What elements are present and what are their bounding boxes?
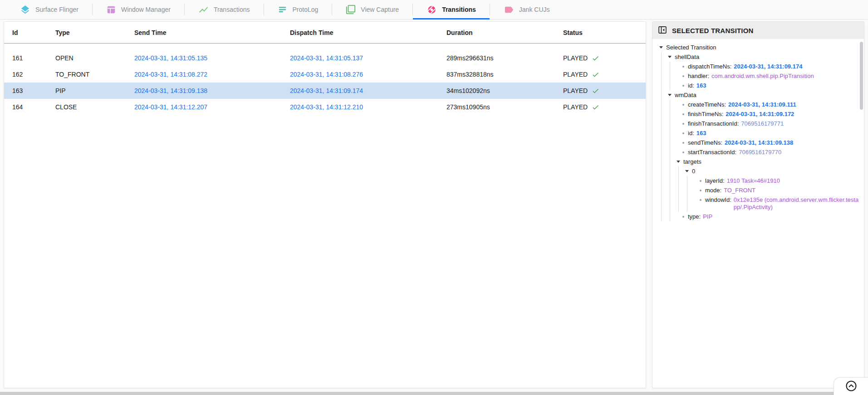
tab-label: Window Manager [121,6,171,13]
property-value: 2024-03-31, 14:31:09.172 [726,111,794,118]
property-value: 7069516179770 [739,149,781,156]
tree-node-0[interactable]: 0 [685,166,861,176]
dispatch-time-link[interactable]: 2024-03-31, 14:31:09.174 [290,87,446,94]
property-value: 2024-03-31, 14:31:09.138 [725,139,793,146]
tree-property-finishtimens: finishTimeNs2024-03-31, 14:31:09.172 [676,109,861,119]
bullet-icon [682,132,684,134]
tab-view-capture[interactable]: View Capture [332,0,412,19]
property-key: sendTimeNs [688,139,722,146]
cell-duration: 837ms328818ns [446,71,563,78]
expand-timeline-button[interactable] [845,380,858,394]
stacked-frames-icon [346,5,356,15]
bullet-icon [682,142,684,144]
tab-label: View Capture [361,6,399,13]
list-bars-icon [278,5,288,15]
cell-duration: 34ms102092ns [446,87,563,94]
dispatch-time-link[interactable]: 2024-03-31, 14:31:05.137 [290,54,446,62]
tab-surface-flinger[interactable]: Surface Flinger [6,0,92,19]
collapsed-timeline-strip [0,392,868,395]
tree-node-label: targets [683,158,701,165]
cell-status: PLAYED [563,103,646,111]
bullet-icon [700,199,701,201]
property-value: PIP [703,213,712,220]
tree-node-shelldata[interactable]: shellData [667,52,861,62]
tree-node-selected-transition[interactable]: Selected Transition [659,43,861,52]
cell-type: TO_FRONT [55,71,134,78]
tab-protolog[interactable]: ProtoLog [264,0,332,19]
bullet-icon [682,216,684,218]
dispatch-time-link[interactable]: 2024-03-31, 14:31:08.276 [290,71,446,78]
tree-property-dispatchtimens: dispatchTimeNs2024-03-31, 14:31:09.174 [676,62,861,71]
selected-transition-panel: SELECTED TRANSITION Selected Transitions… [652,21,864,388]
chart-line-icon [198,5,209,15]
send-time-link[interactable]: 2024-03-31, 14:31:09.138 [134,87,290,94]
property-key: id [688,82,694,89]
cell-duration: 273ms10905ns [446,103,563,111]
cell-id: 163 [12,87,55,94]
column-header-id: Id [12,29,55,36]
property-value: 7069516179771 [741,120,784,127]
striped-donut-icon [427,5,437,15]
bullet-icon [682,113,684,115]
table-header-row: IdTypeSend TimeDispatch TimeDurationStat… [4,22,646,44]
transition-row[interactable]: 161OPEN2024-03-31, 14:31:05.1352024-03-3… [4,50,646,66]
send-time-link[interactable]: 2024-03-31, 14:31:12.207 [134,103,290,111]
tree-property-handler: handlercom.android.wm.shell.pip.PipTrans… [676,71,861,81]
property-key: finishTimeNs [688,111,723,118]
cell-type: CLOSE [55,103,134,111]
layers-icon [20,5,30,15]
tree-property-id: id163 [676,128,861,138]
cell-type: OPEN [55,54,134,62]
cell-duration: 289ms296631ns [446,54,563,62]
cell-status: PLAYED [563,87,646,95]
check-icon [592,103,599,111]
property-key: createTimeNs [688,101,726,108]
transition-row[interactable]: 164CLOSE2024-03-31, 14:31:12.2072024-03-… [4,99,646,115]
bullet-icon [682,151,684,153]
tree-node-label: wmData [675,92,696,98]
property-key: handler [688,73,709,80]
transition-row[interactable]: 162TO_FRONT2024-03-31, 14:31:08.2722024-… [4,66,646,83]
tab-transitions[interactable]: Transitions [413,0,490,19]
property-value: 1910 Task=46#1910 [727,177,780,185]
column-header-dispatch-time: Dispatch Time [290,29,446,36]
window-icon [106,5,116,15]
tree-property-layerid: layerId1910 Task=46#1910 [693,176,861,185]
tree-property-mode: modeTO_FRONT [693,185,861,195]
send-time-link[interactable]: 2024-03-31, 14:31:05.135 [134,54,290,62]
property-key: layerId [705,177,725,185]
tab-window-manager[interactable]: Window Manager [93,0,184,19]
status-text: PLAYED [563,103,588,111]
collapse-panel-button[interactable] [658,25,667,36]
tab-transactions[interactable]: Transactions [185,0,264,19]
property-key: windowId [705,196,731,204]
chevron-up-circle-icon [845,380,858,394]
panel-scrollbar-thumb[interactable] [860,42,863,110]
property-key: mode [705,187,721,194]
check-icon [592,54,599,62]
tree-node-wmdata[interactable]: wmData [667,90,861,100]
status-text: PLAYED [563,71,588,78]
tab-label: ProtoLog [293,6,319,13]
cell-type: PIP [55,87,134,94]
bullet-icon [682,123,684,125]
tab-label: Transactions [214,6,250,13]
expand-arrow-icon [685,170,689,172]
status-text: PLAYED [563,54,588,62]
cell-status: PLAYED [563,71,646,78]
tree-property-createtimens: createTimeNs2024-03-31, 14:31:09.111 [676,100,861,109]
collapse-panel-icon [658,25,667,36]
check-icon [592,71,599,78]
tab-jank-cujs[interactable]: Jank CUJs [490,0,564,19]
tree-property-sendtimens: sendTimeNs2024-03-31, 14:31:09.138 [676,138,861,147]
panel-header: SELECTED TRANSITION [652,22,864,39]
bullet-icon [682,85,684,87]
transitions-table: IdTypeSend TimeDispatch TimeDurationStat… [4,21,646,388]
bullet-icon [682,104,684,106]
property-key: type [688,213,701,220]
send-time-link[interactable]: 2024-03-31, 14:31:08.272 [134,71,290,78]
tree-node-targets[interactable]: targets [676,157,861,166]
property-value: 163 [696,82,706,89]
dispatch-time-link[interactable]: 2024-03-31, 14:31:12.210 [290,103,446,111]
transition-row[interactable]: 163PIP2024-03-31, 14:31:09.1382024-03-31… [4,83,646,99]
